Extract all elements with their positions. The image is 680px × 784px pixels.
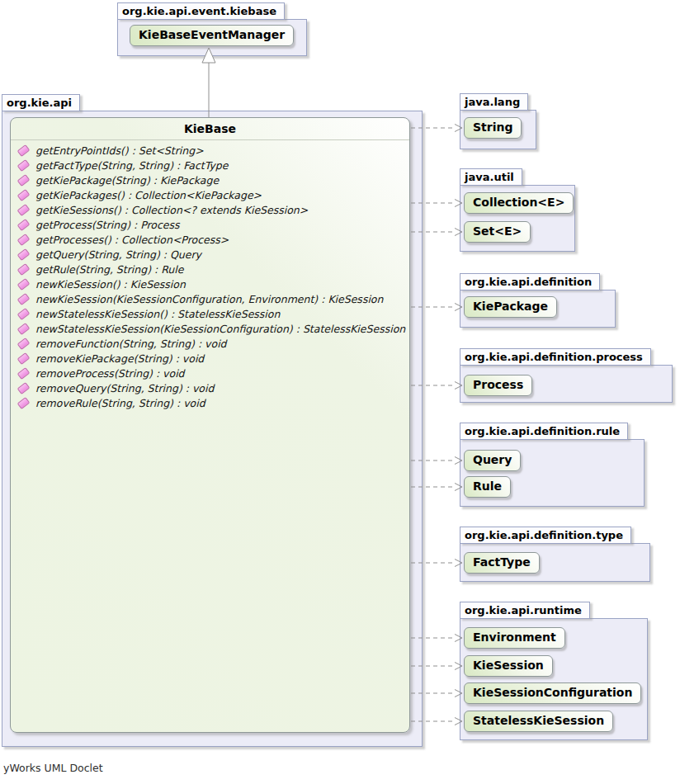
method-row: newKieSession(KieSessionConfiguration, E… <box>15 291 409 306</box>
method-label: getEntryPointIds() : Set<String> <box>35 144 204 157</box>
method-row: getKiePackages() : Collection<KiePackage… <box>15 187 409 202</box>
class-rule[interactable]: Rule <box>464 476 511 498</box>
method-row: newKieSession() : KieSession <box>15 276 409 291</box>
method-row: getEntryPointIds() : Set<String> <box>15 143 409 158</box>
class-process[interactable]: Process <box>464 375 532 396</box>
method-label: newKieSession() : KieSession <box>35 278 186 290</box>
method-icon <box>17 307 31 319</box>
class-collection[interactable]: Collection<E> <box>464 192 574 214</box>
method-icon <box>17 352 31 364</box>
package-tab-definition-rule: org.kie.api.definition.rule <box>460 423 628 440</box>
method-icon <box>17 396 31 409</box>
method-label: getFactType(String, String) : FactType <box>35 159 228 172</box>
class-set[interactable]: Set<E> <box>464 221 531 243</box>
method-icon <box>17 218 31 230</box>
method-label: removeKiePackage(String) : void <box>35 352 204 365</box>
package-tab-definition-type: org.kie.api.definition.type <box>460 527 631 544</box>
method-row: removeKiePackage(String) : void <box>15 351 409 366</box>
method-label: newStatelessKieSession(KieSessionConfigu… <box>35 323 405 335</box>
class-query[interactable]: Query <box>464 450 521 471</box>
method-icon <box>17 158 31 171</box>
method-icon <box>17 203 31 215</box>
class-kiesession[interactable]: KieSession <box>464 655 553 677</box>
method-label: removeQuery(String, String) : void <box>35 382 214 394</box>
package-tab-definition-process: org.kie.api.definition.process <box>460 348 651 366</box>
class-kiebaseeventmanager[interactable]: KieBaseEventManager <box>130 25 294 46</box>
method-row: removeProcess(String) : void <box>15 366 409 380</box>
class-kiepackage[interactable]: KiePackage <box>464 296 557 318</box>
method-icon <box>17 292 31 305</box>
method-icon <box>17 188 31 201</box>
method-icon <box>17 144 31 156</box>
method-icon <box>17 277 31 290</box>
package-tab-event-kiebase: org.kie.api.event.kiebase <box>117 2 285 20</box>
method-row: getQuery(String, String) : Query <box>15 247 409 262</box>
class-environment[interactable]: Environment <box>464 627 565 649</box>
package-tab-java-util: java.util <box>460 168 522 186</box>
method-label: getProcess(String) : Process <box>35 219 180 231</box>
method-label: getQuery(String, String) : Query <box>35 248 201 261</box>
class-statelesskiesession[interactable]: StatelessKieSession <box>464 711 613 732</box>
class-string[interactable]: String <box>464 117 522 139</box>
method-row: removeQuery(String, String) : void <box>15 380 409 395</box>
method-icon <box>17 262 31 275</box>
method-row: getRule(String, String) : Rule <box>15 262 409 276</box>
package-tab-java-lang: java.lang <box>460 93 528 111</box>
class-kiesessionconfiguration[interactable]: KieSessionConfiguration <box>464 682 641 704</box>
method-row: getProcesses() : Collection<Process> <box>15 232 409 247</box>
package-tab-org-kie-api: org.kie.api <box>2 94 80 111</box>
class-kiebase[interactable]: KieBase getEntryPointIds() : Set<String>… <box>10 117 410 733</box>
uml-diagram: org.kie.api.event.kiebase KieBaseEventMa… <box>0 0 680 784</box>
method-row: newStatelessKieSession(KieSessionConfigu… <box>15 321 409 336</box>
method-row: removeRule(String, String) : void <box>15 395 409 410</box>
package-tab-definition: org.kie.api.definition <box>460 273 600 290</box>
method-icon <box>17 173 31 186</box>
method-row: getKiePackage(String) : KiePackage <box>15 172 409 187</box>
method-row: newStatelessKieSession() : StatelessKieS… <box>15 306 409 321</box>
method-label: newKieSession(KieSessionConfiguration, E… <box>35 293 383 305</box>
footer-credit: yWorks UML Doclet <box>3 762 103 774</box>
method-icon <box>17 322 31 334</box>
generalization-edge-kiebase-to-kiebaseeventmanager <box>202 48 215 117</box>
method-icon <box>17 337 31 349</box>
method-label: getProcesses() : Collection<Process> <box>35 234 229 246</box>
method-icon <box>17 233 31 245</box>
method-label: newStatelessKieSession() : StatelessKieS… <box>35 308 280 320</box>
kiebase-method-list: getEntryPointIds() : Set<String> getFact… <box>11 140 409 410</box>
method-label: getKiePackages() : Collection<KiePackage… <box>35 189 262 201</box>
method-icon <box>17 366 31 379</box>
method-label: getKiePackage(String) : KiePackage <box>35 174 219 187</box>
method-label: removeRule(String, String) : void <box>35 397 205 409</box>
method-label: removeFunction(String, String) : void <box>35 338 227 350</box>
class-kiebase-title: KieBase <box>11 118 409 140</box>
method-icon <box>17 381 31 394</box>
method-row: getProcess(String) : Process <box>15 217 409 232</box>
method-row: getKieSessions() : Collection<? extends … <box>15 202 409 217</box>
method-label: removeProcess(String) : void <box>35 367 185 380</box>
method-row: removeFunction(String, String) : void <box>15 336 409 351</box>
method-label: getRule(String, String) : Rule <box>35 263 183 276</box>
method-row: getFactType(String, String) : FactType <box>15 158 409 172</box>
package-tab-runtime: org.kie.api.runtime <box>460 602 590 619</box>
method-label: getKieSessions() : Collection<? extends … <box>35 204 308 216</box>
method-icon <box>17 248 31 260</box>
class-facttype[interactable]: FactType <box>464 552 540 574</box>
